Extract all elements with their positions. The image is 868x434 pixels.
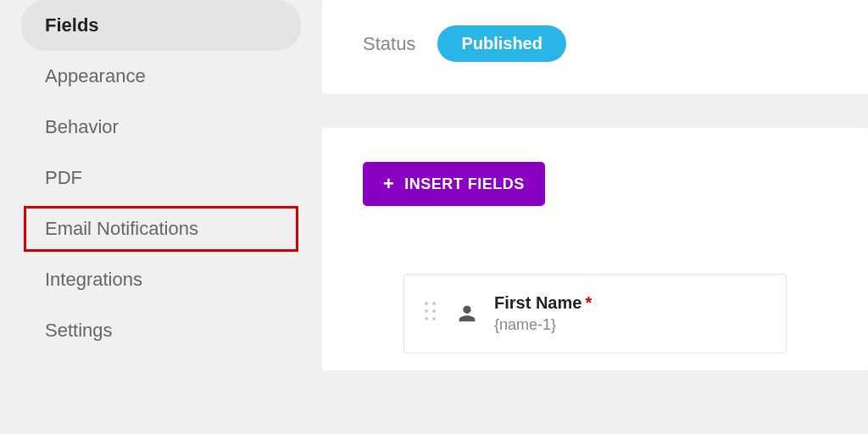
sidebar-item-appearance[interactable]: Appearance bbox=[21, 51, 301, 102]
sidebar-item-settings[interactable]: Settings bbox=[21, 305, 301, 356]
person-icon bbox=[455, 302, 479, 326]
status-panel: Status Published bbox=[322, 0, 868, 94]
field-label: First Name* bbox=[494, 293, 592, 313]
field-token: {name-1} bbox=[494, 316, 592, 334]
insert-panel: + INSERT FIELDS First Name* {name-1} bbox=[322, 128, 868, 370]
sidebar-item-integrations[interactable]: Integrations bbox=[21, 254, 301, 305]
insert-fields-label: INSERT FIELDS bbox=[404, 175, 525, 193]
main-content: Status Published + INSERT FIELDS First N… bbox=[322, 0, 868, 434]
sidebar-item-fields[interactable]: Fields bbox=[21, 0, 301, 51]
drag-handle-icon[interactable] bbox=[425, 302, 440, 326]
status-badge[interactable]: Published bbox=[437, 25, 566, 62]
sidebar-item-behavior[interactable]: Behavior bbox=[21, 102, 301, 153]
sidebar-item-pdf[interactable]: PDF bbox=[21, 153, 301, 203]
sidebar-item-email-notifications[interactable]: Email Notifications bbox=[21, 203, 301, 254]
insert-fields-button[interactable]: + INSERT FIELDS bbox=[363, 162, 545, 206]
plus-icon: + bbox=[383, 175, 394, 193]
sidebar: Fields Appearance Behavior PDF Email Not… bbox=[0, 0, 322, 434]
field-text: First Name* {name-1} bbox=[494, 293, 592, 334]
field-card[interactable]: First Name* {name-1} bbox=[403, 274, 787, 353]
status-label: Status bbox=[363, 33, 415, 55]
required-asterisk: * bbox=[585, 293, 592, 312]
